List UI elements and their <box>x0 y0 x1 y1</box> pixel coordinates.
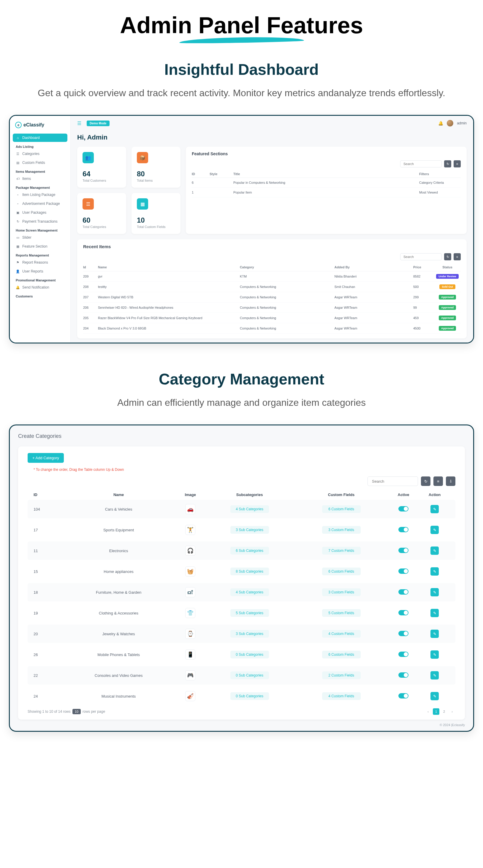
recent-row[interactable]: 205 Razer BlackWidow V4 Pro Full Size RG… <box>83 313 461 323</box>
sidebar-item-userreports[interactable]: 👤User Reports <box>13 267 67 276</box>
col-title[interactable]: Title <box>233 172 419 176</box>
export-button[interactable]: ⇩ <box>446 476 455 486</box>
subcategories-button[interactable]: 0 Sub Categories <box>230 672 269 679</box>
category-row[interactable]: 18 Furniture, Home & Garden 🛋 4 Sub Cate… <box>28 583 455 601</box>
rows-per-page-select[interactable]: 10 <box>72 709 81 714</box>
col-customfields[interactable]: Custom Fields <box>295 493 387 497</box>
customfields-button[interactable]: 3 Custom Fields <box>322 526 361 534</box>
recent-row[interactable]: 207 Western Digital WD 5TB Computers & N… <box>83 292 461 303</box>
recent-row[interactable]: 204 Black Diamond x Pro V 3.0 68GB Compu… <box>83 323 461 334</box>
featured-search-input[interactable] <box>400 160 442 167</box>
col-subcategories[interactable]: Subcategories <box>204 493 295 497</box>
refresh-button[interactable]: ↻ <box>444 160 451 167</box>
customfields-button[interactable]: 6 Custom Fields <box>322 567 361 575</box>
customfields-button[interactable]: 2 Custom Fields <box>322 672 361 679</box>
subcategories-button[interactable]: 8 Sub Categories <box>230 567 269 575</box>
edit-button[interactable]: ✎ <box>430 692 439 700</box>
sidebar-item-sendnotif[interactable]: 🔔Send Notification <box>13 283 67 291</box>
logo[interactable]: e eClassify <box>13 120 67 133</box>
col-id[interactable]: Id <box>83 266 98 269</box>
subcategories-button[interactable]: 0 Sub Categories <box>230 692 269 700</box>
page-2[interactable]: 2 <box>441 708 447 715</box>
customfields-button[interactable]: 5 Custom Fields <box>322 609 361 617</box>
columns-button[interactable]: ≡ <box>433 476 443 486</box>
sidebar-item-adspackage[interactable]: ▫Advertisement Package <box>13 199 67 208</box>
col-id[interactable]: ID <box>34 493 60 497</box>
category-row[interactable]: 26 Mobile Phones & Tablets 📱 0 Sub Categ… <box>28 645 455 664</box>
col-name[interactable]: Name <box>98 266 240 269</box>
customfields-button[interactable]: 4 Custom Fields <box>322 630 361 638</box>
page-prev[interactable]: ‹ <box>425 708 431 715</box>
subcategories-button[interactable]: 4 Sub Categories <box>230 505 269 513</box>
active-toggle[interactable] <box>398 506 409 512</box>
col-category[interactable]: Category <box>240 266 335 269</box>
col-addedby[interactable]: Added By <box>335 266 414 269</box>
edit-button[interactable]: ✎ <box>430 567 439 576</box>
add-category-button[interactable]: + Add Category <box>28 453 64 463</box>
edit-button[interactable]: ✎ <box>430 609 439 617</box>
category-row[interactable]: 20 Jewelry & Watches ⌚ 3 Sub Categories … <box>28 625 455 643</box>
subcategories-button[interactable]: 4 Sub Categories <box>230 588 269 596</box>
active-toggle[interactable] <box>398 527 409 532</box>
columns-button[interactable]: ≡ <box>454 160 461 167</box>
edit-button[interactable]: ✎ <box>430 671 439 680</box>
category-row[interactable]: 24 Musical Instruments 🎻 0 Sub Categorie… <box>28 687 455 705</box>
sidebar-item-items[interactable]: 🏷Items <box>13 175 67 183</box>
category-search-input[interactable] <box>367 476 418 486</box>
columns-button[interactable]: ≡ <box>454 253 461 260</box>
category-row[interactable]: 104 Cars & Vehicles 🚗 4 Sub Categories 6… <box>28 500 455 518</box>
sidebar-item-payment[interactable]: ↻Payment Transactions <box>13 217 67 226</box>
col-name[interactable]: Name <box>60 493 177 497</box>
edit-button[interactable]: ✎ <box>430 650 439 659</box>
active-toggle[interactable] <box>398 589 409 595</box>
hamburger-icon[interactable]: ☰ <box>77 121 81 126</box>
recent-row[interactable]: 209 gvr KTM Nikita Bhanderi 8582 Under R… <box>83 271 461 282</box>
category-row[interactable]: 19 Clothing & Accessories 👕 5 Sub Catego… <box>28 604 455 622</box>
active-toggle[interactable] <box>398 631 409 636</box>
category-row[interactable]: 15 Home appliances 🧺 8 Sub Categories 6 … <box>28 562 455 581</box>
subcategories-button[interactable]: 0 Sub Categories <box>230 651 269 658</box>
sidebar-item-userpackages[interactable]: ▣User Packages <box>13 208 67 217</box>
edit-button[interactable]: ✎ <box>430 526 439 534</box>
customfields-button[interactable]: 3 Custom Fields <box>322 588 361 596</box>
active-toggle[interactable] <box>398 693 409 699</box>
col-active[interactable]: Active <box>387 493 420 497</box>
customfields-button[interactable]: 6 Custom Fields <box>322 505 361 513</box>
subcategories-button[interactable]: 5 Sub Categories <box>230 609 269 617</box>
edit-button[interactable]: ✎ <box>430 588 439 596</box>
sidebar-item-feature[interactable]: ▦Feature Section <box>13 242 67 251</box>
sidebar-item-reportreasons[interactable]: ⚑Report Reasons <box>13 258 67 267</box>
active-toggle[interactable] <box>398 672 409 678</box>
recent-search-input[interactable] <box>400 253 442 260</box>
customfields-button[interactable]: 6 Custom Fields <box>322 651 361 658</box>
notification-icon[interactable]: 🔔 <box>438 121 443 126</box>
subcategories-button[interactable]: 6 Sub Categories <box>230 547 269 555</box>
edit-button[interactable]: ✎ <box>430 630 439 638</box>
recent-row[interactable]: 208 testtty Computers & Networking Smit … <box>83 282 461 292</box>
col-id[interactable]: ID <box>192 172 210 176</box>
customfields-button[interactable]: 7 Custom Fields <box>322 547 361 555</box>
sidebar-item-customfields[interactable]: ▤Custom Fields <box>13 158 67 167</box>
edit-button[interactable]: ✎ <box>430 547 439 555</box>
sidebar-item-itemlisting[interactable]: ▫Item Listing Package <box>13 191 67 199</box>
active-toggle[interactable] <box>398 568 409 574</box>
col-action[interactable]: Action <box>420 493 449 497</box>
category-row[interactable]: 22 Consoles and Video Games 🎮 0 Sub Cate… <box>28 666 455 685</box>
col-image[interactable]: Image <box>177 493 204 497</box>
active-toggle[interactable] <box>398 652 409 657</box>
edit-button[interactable]: ✎ <box>430 505 439 513</box>
category-row[interactable]: 17 Sports Equipment 🏋 3 Sub Categories 3… <box>28 521 455 539</box>
sidebar-item-slider[interactable]: ▭Slider <box>13 233 67 242</box>
active-toggle[interactable] <box>398 548 409 553</box>
col-status[interactable]: Status <box>434 266 461 269</box>
page-next[interactable]: › <box>449 708 455 715</box>
col-style[interactable]: Style <box>210 172 233 176</box>
avatar[interactable] <box>447 120 453 126</box>
featured-row[interactable]: 1 Popular Item Most Viewed <box>192 188 461 197</box>
refresh-button[interactable]: ↻ <box>444 253 451 260</box>
refresh-button[interactable]: ↻ <box>421 476 430 486</box>
sidebar-item-dashboard[interactable]: ⌂Dashboard <box>13 133 67 142</box>
col-price[interactable]: Price <box>413 266 434 269</box>
col-filters[interactable]: Filters <box>419 172 461 176</box>
subcategories-button[interactable]: 3 Sub Categories <box>230 526 269 534</box>
